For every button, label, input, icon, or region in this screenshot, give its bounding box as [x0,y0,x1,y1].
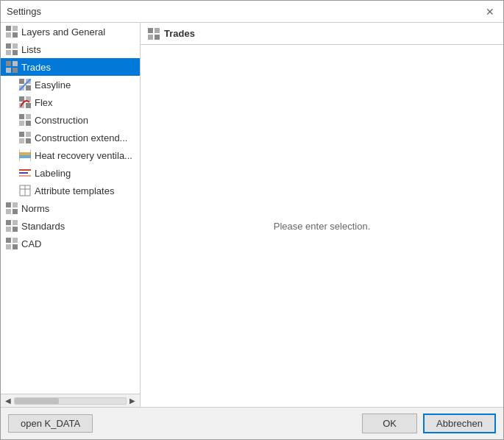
svg-rect-7 [13,50,18,55]
labeling-label: Labeling [35,168,71,179]
svg-rect-12 [19,79,24,84]
sidebar-item-heat-recovery[interactable]: Heat recovery ventila... [1,146,140,164]
svg-rect-49 [6,244,11,249]
footer-right: OK Abbrechen [362,414,496,433]
scroll-left-arrow[interactable]: ◀ [2,395,14,407]
svg-rect-10 [6,68,11,73]
trades-label: Trades [21,62,51,73]
cancel-button[interactable]: Abbrechen [423,414,496,433]
window-title: Settings [7,6,41,17]
sidebar-item-attribute-templates[interactable]: Attribute templates [1,182,140,199]
svg-rect-53 [148,35,153,40]
open-kdata-button[interactable]: open K_DATA [8,414,93,433]
sidebar-item-easyline[interactable]: Easyline [1,76,140,93]
svg-rect-51 [148,28,153,33]
trades-icon [5,60,18,74]
svg-rect-45 [6,227,11,232]
easyline-icon [18,78,32,91]
svg-rect-25 [19,132,24,137]
main-panel: Trades Please enter selection. [141,23,503,407]
heat-recovery-label: Heat recovery ventila... [35,150,132,161]
footer-left: open K_DATA [8,414,93,433]
layers-and-general-icon [5,25,18,38]
main-content-area: Please enter selection. [141,45,503,407]
svg-rect-24 [26,121,31,126]
scrollbar-track [14,397,127,405]
scrollbar-thumb [15,398,59,404]
svg-rect-41 [6,209,11,214]
svg-rect-5 [13,43,18,49]
sidebar-item-standards[interactable]: Standards [1,217,140,235]
sidebar-item-construction[interactable]: Construction [1,111,140,129]
svg-rect-47 [6,238,11,243]
sidebar-item-trades[interactable]: Trades [1,58,140,76]
svg-rect-43 [6,220,11,225]
svg-rect-21 [19,114,24,119]
svg-rect-0 [6,26,11,31]
title-bar: Settings ✕ [1,1,503,23]
svg-rect-9 [13,61,18,66]
svg-rect-40 [13,202,18,207]
sidebar-item-cad[interactable]: CAD [1,235,140,252]
svg-rect-44 [13,220,18,225]
ok-button[interactable]: OK [362,414,417,433]
construction-extended-label: Construction extend... [35,132,127,143]
close-button[interactable]: ✕ [483,4,497,19]
heat-recovery-icon [18,149,32,162]
svg-rect-3 [13,32,18,38]
content-area: Layers and General Lists Trades Easyline… [1,23,503,407]
svg-rect-27 [19,138,24,143]
standards-label: Standards [21,221,65,232]
svg-rect-22 [26,114,31,119]
settings-window: Settings ✕ Layers and General Lists Trad… [0,0,504,440]
layers-and-general-label: Layers and General [21,26,105,38]
scroll-right-arrow[interactable]: ▶ [127,395,138,407]
norms-label: Norms [21,203,49,214]
sidebar-item-construction-extended[interactable]: Construction extend... [1,129,140,146]
svg-rect-17 [19,96,24,102]
svg-rect-30 [19,155,31,158]
sidebar-scrollbar: ◀ ▶ [1,394,140,407]
svg-rect-46 [13,227,18,232]
easyline-label: Easyline [35,79,71,91]
main-header: Trades [141,23,503,45]
svg-rect-20 [26,103,31,108]
flex-icon [18,96,32,109]
footer: open K_DATA OK Abbrechen [1,407,503,439]
placeholder-text: Please enter selection. [274,221,371,232]
main-panel-title: Trades [164,28,195,39]
cad-label: CAD [21,238,41,249]
svg-rect-39 [6,202,11,207]
standards-icon [5,219,18,233]
svg-rect-50 [13,244,18,249]
svg-rect-2 [6,32,11,38]
attribute-templates-label: Attribute templates [35,185,114,196]
sidebar-item-layers-and-general[interactable]: Layers and General [1,23,140,40]
svg-rect-26 [26,132,31,137]
lists-icon [5,43,18,56]
construction-icon [18,113,32,127]
construction-label: Construction [35,115,88,126]
construction-extended-icon [18,131,32,144]
svg-rect-29 [19,152,31,155]
svg-rect-6 [6,50,11,55]
sidebar-item-norms[interactable]: Norms [1,199,140,217]
labeling-icon [18,166,32,180]
svg-rect-28 [26,138,31,143]
svg-rect-8 [6,61,11,66]
sidebar: Layers and General Lists Trades Easyline… [1,23,141,407]
main-header-icon [148,28,160,40]
sidebar-item-labeling[interactable]: Labeling [1,164,140,182]
norms-icon [5,202,18,215]
svg-rect-48 [13,238,18,243]
svg-rect-1 [13,26,18,31]
svg-rect-42 [13,209,18,214]
svg-rect-4 [6,43,11,49]
sidebar-item-flex[interactable]: Flex [1,93,140,111]
sidebar-scroll[interactable]: Layers and General Lists Trades Easyline… [1,23,140,394]
sidebar-item-lists[interactable]: Lists [1,40,140,58]
svg-rect-54 [155,35,160,40]
cad-icon [5,237,18,250]
svg-rect-23 [19,121,24,126]
flex-label: Flex [35,97,53,108]
